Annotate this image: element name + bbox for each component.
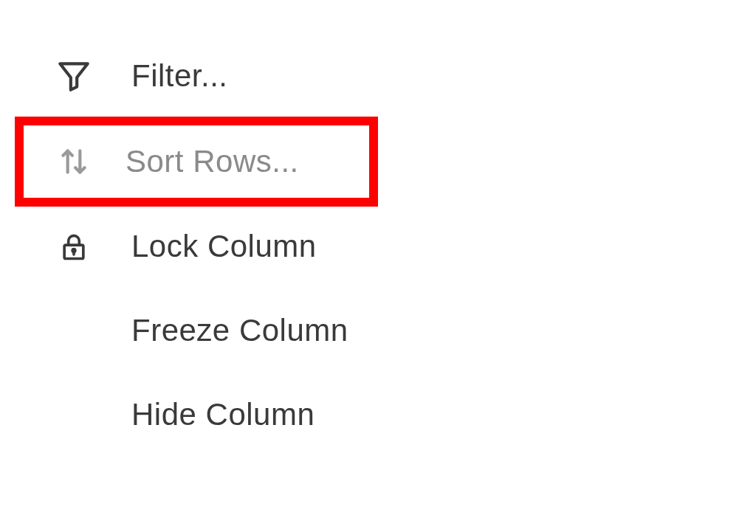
lock-icon [52,230,96,263]
menu-item-label: Hide Column [131,397,315,432]
sort-icon [52,143,96,180]
menu-item-hide-column[interactable]: Hide Column [15,384,378,446]
funnel-icon [52,58,96,94]
menu-item-label: Lock Column [131,229,317,264]
menu-item-lock-column[interactable]: Lock Column [15,215,378,277]
menu-item-label: Freeze Column [131,313,348,348]
menu-item-freeze-column[interactable]: Freeze Column [15,300,378,362]
menu-item-filter[interactable]: Filter... [15,44,378,108]
menu-item-label: Filter... [131,58,228,94]
menu-item-sort-rows[interactable]: Sort Rows... [15,117,378,207]
menu-item-label: Sort Rows... [126,144,299,179]
context-menu: Filter... Sort Rows... Lock Column Freez… [15,44,378,446]
